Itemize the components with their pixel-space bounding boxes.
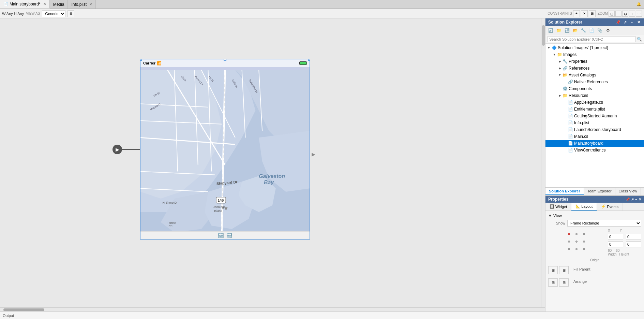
x2-input[interactable]: [608, 241, 623, 247]
storyboard-canvas[interactable]: ▶: [0, 18, 541, 307]
anchor-bc[interactable]: [573, 246, 580, 252]
tree-item-references[interactable]: ▶ 🔗 References: [545, 65, 644, 72]
anchor-tl[interactable]: [566, 231, 572, 237]
anchor-tr[interactable]: [581, 231, 587, 237]
arrange-btn-2[interactable]: ⊟: [559, 278, 569, 287]
props-header: Properties 📌 ↗ − ✕: [545, 196, 644, 203]
se-addnew-btn[interactable]: 📄: [588, 27, 595, 34]
tree-item-properties[interactable]: ▶ 🔧 Properties: [545, 58, 644, 65]
resize-handle-tl[interactable]: [140, 59, 142, 61]
props-tab-widget[interactable]: 🔲 Widget: [545, 203, 571, 211]
props-content: ▼ View Show Frame Rectangle Bounds Recta…: [545, 211, 644, 311]
entry-point-circle[interactable]: ▶: [113, 145, 122, 154]
arrange-btn-1[interactable]: ⊞: [548, 278, 558, 287]
notifications-icon[interactable]: 🔔: [636, 2, 641, 6]
anchor-br[interactable]: [581, 246, 587, 252]
section-expand-icon[interactable]: ▼: [548, 214, 552, 218]
bottom-connector[interactable]: ▼: [223, 206, 229, 212]
se-tab-class-view[interactable]: Class View: [615, 188, 641, 195]
minimize-btn[interactable]: −: [629, 20, 634, 25]
right-connector[interactable]: ▶: [312, 151, 315, 157]
expand-solution[interactable]: ▼: [546, 46, 552, 49]
tree-item-resources[interactable]: ▶ 📁 Resources: [545, 92, 644, 99]
se-props-btn[interactable]: 🔧: [580, 27, 587, 34]
se-tab-solution-explorer[interactable]: Solution Explorer: [545, 188, 584, 195]
resize-handle-tr[interactable]: [308, 59, 310, 61]
x-input[interactable]: [608, 234, 623, 240]
expand-properties[interactable]: ▶: [557, 60, 563, 63]
se-refresh-btn[interactable]: 🔃: [563, 27, 571, 34]
se-collapse-btn[interactable]: 📂: [571, 27, 579, 34]
zoom-reset-btn[interactable]: ⊙: [622, 11, 628, 17]
tree-item-images[interactable]: ▼ 📁 Images: [545, 51, 644, 58]
se-settings-btn[interactable]: ⚙: [604, 27, 612, 34]
tree-item-assets[interactable]: ▼ 📂 Asset Catalogs: [545, 72, 644, 78]
show-select[interactable]: Frame Rectangle Bounds Rectangle Auto La…: [567, 220, 641, 227]
iphone-frame[interactable]: Carrier 📶: [140, 59, 310, 240]
anchor-tc[interactable]: [573, 231, 580, 237]
unpin-btn[interactable]: ↗: [622, 20, 628, 25]
tree-item-viewcontroller[interactable]: 📄 ViewController.cs: [545, 147, 644, 154]
fill-parent-h-btn[interactable]: ⊞: [548, 266, 558, 274]
tree-item-native-refs[interactable]: 🔗 Native References: [545, 78, 644, 85]
zoom-out-btn[interactable]: −: [615, 11, 621, 17]
show-label: Show: [548, 221, 565, 225]
anchor-bl[interactable]: [566, 246, 572, 252]
se-sync-btn[interactable]: 🔄: [547, 27, 554, 34]
tab-main-storyboard[interactable]: 📄 Main.storyboard* ✕: [0, 0, 50, 9]
anchor-ml[interactable]: [566, 238, 572, 245]
solution-label: Solution 'Images' (1 project): [558, 45, 608, 50]
tab-close-info[interactable]: ✕: [89, 2, 92, 6]
zoom-fit-btn[interactable]: ⊡: [609, 11, 615, 17]
height-val: 60: [616, 249, 619, 252]
tree-item-solution[interactable]: ▼ 🔷 Solution 'Images' (1 project): [545, 44, 644, 51]
tree-item-gettingstarted[interactable]: 📄 GettingStarted.Xamarin: [545, 113, 644, 119]
vertical-scrollbar[interactable]: [541, 18, 545, 307]
zoom-in-btn[interactable]: +: [629, 11, 635, 17]
constraint-btn-2[interactable]: ✕: [581, 10, 588, 17]
props-tab-events[interactable]: ⚡ Events: [597, 203, 623, 211]
expand-resources[interactable]: ▶: [557, 94, 563, 97]
se-addexist-btn[interactable]: 📎: [596, 27, 603, 34]
y2-input[interactable]: [626, 241, 641, 247]
tree-item-components[interactable]: ⚙️ Components: [545, 85, 644, 92]
tab-info-plist[interactable]: Info.plist ✕: [68, 0, 96, 9]
tree-item-launchscreen[interactable]: 📄 LaunchScreen.storyboard: [545, 126, 644, 133]
close-se-btn[interactable]: ✕: [636, 20, 641, 25]
forward-btn[interactable]: 🔜: [226, 233, 232, 238]
storyboard-view-btn[interactable]: ⊞: [68, 10, 74, 17]
expand-images[interactable]: ▼: [552, 53, 557, 56]
resize-handle-tc[interactable]: [224, 59, 226, 61]
expand-references[interactable]: ▶: [557, 67, 563, 70]
tree-item-mainstoryboard[interactable]: 📄 Main.storyboard: [545, 140, 644, 147]
view-as-select[interactable]: Generic: [42, 10, 65, 17]
back-btn[interactable]: 🔙: [218, 233, 224, 238]
tree-item-infoplist[interactable]: 📄 Info.plist: [545, 119, 644, 126]
tree-item-maincs[interactable]: 📄 Main.cs: [545, 133, 644, 140]
xy-row-values: [608, 234, 641, 240]
y-input[interactable]: [626, 234, 641, 240]
se-tab-team-explorer[interactable]: Team Explorer: [584, 188, 615, 195]
props-min-btn[interactable]: −: [635, 198, 637, 201]
anchor-mr[interactable]: [581, 238, 587, 245]
constraint-btn-1[interactable]: +: [573, 10, 580, 17]
properties-panel: Properties 📌 ↗ − ✕ 🔲 Widget 📐: [545, 195, 644, 311]
se-search-input[interactable]: [548, 36, 635, 42]
anchor-mc[interactable]: [573, 238, 580, 245]
tree-item-appdelegate[interactable]: 📄 AppDelegate.cs: [545, 99, 644, 106]
pin-btn[interactable]: 📌: [615, 20, 621, 25]
constraint-btn-3[interactable]: ⊞: [589, 10, 596, 17]
props-arrow-btn[interactable]: ↗: [631, 198, 634, 201]
h-scroll-thumb[interactable]: [3, 308, 44, 311]
horizontal-scrollbar[interactable]: [0, 307, 545, 311]
fill-parent-v-btn[interactable]: ⊟: [559, 266, 569, 274]
se-show-all-btn[interactable]: 📁: [555, 27, 563, 34]
props-close-btn[interactable]: ✕: [639, 198, 641, 201]
expand-assets[interactable]: ▼: [557, 73, 563, 77]
tab-media[interactable]: Media: [50, 0, 68, 9]
props-tab-layout[interactable]: 📐 Layout: [571, 203, 597, 211]
tree-item-entitlements[interactable]: 📄 Entitlements.plist: [545, 106, 644, 113]
props-pin-btn[interactable]: 📌: [626, 198, 630, 201]
tab-close-storyboard[interactable]: ✕: [43, 2, 46, 6]
zoom-menu-btn[interactable]: ⋯: [636, 11, 642, 17]
